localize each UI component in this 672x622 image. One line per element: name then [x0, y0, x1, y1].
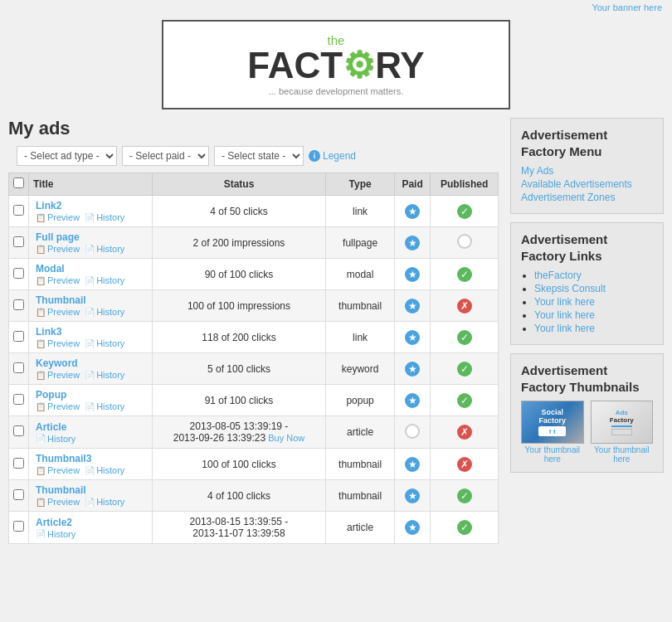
type-text: keyword [342, 363, 379, 375]
paid-icon: ★ [405, 488, 420, 503]
ad-name-link[interactable]: Article2 [36, 517, 145, 528]
preview-icon: 📋 [36, 276, 46, 285]
table-row: Link3📋Preview📄History118 of 200 clicksli… [9, 322, 499, 353]
history-link[interactable]: 📄History [85, 307, 124, 317]
history-link[interactable]: 📄History [85, 244, 124, 254]
preview-link[interactable]: 📋Preview [36, 497, 80, 507]
logo-factory-text: FACT⚙RY [188, 47, 484, 84]
preview-icon: 📋 [36, 245, 46, 254]
social-factory-thumb[interactable]: Social Factory f t Your thumbnail here [521, 401, 584, 464]
row-checkbox[interactable] [13, 458, 24, 469]
paid-icon: ★ [405, 267, 420, 282]
status-text: 4 of 100 clicks [207, 490, 270, 502]
status-text: 90 of 100 clicks [205, 269, 274, 280]
ad-name-link[interactable]: Thumbnail [36, 294, 145, 306]
link-your1[interactable]: Your link here [534, 296, 595, 308]
ad-name-link[interactable]: Full page [36, 231, 145, 243]
my-ads-link[interactable]: My Ads [521, 165, 653, 177]
preview-link[interactable]: 📋Preview [36, 401, 80, 411]
preview-icon: 📋 [36, 371, 46, 380]
history-icon: 📄 [85, 466, 95, 475]
row-checkbox[interactable] [13, 268, 24, 279]
col-type: Type [326, 173, 395, 196]
link-the-factory[interactable]: theFactory [534, 270, 582, 281]
available-ads-link[interactable]: Available Advertisements [521, 178, 653, 190]
row-checkbox[interactable] [13, 362, 24, 373]
row-checkbox[interactable] [13, 521, 24, 532]
social-factory-thumb-label[interactable]: Your thumbnail here [521, 445, 584, 464]
preview-icon: 📋 [36, 466, 46, 475]
ad-name-link[interactable]: Modal [36, 263, 145, 275]
ad-factory-thumbnails-title: Advertisement Factory Thumbnails [521, 362, 653, 395]
ad-name-link[interactable]: Article [36, 421, 145, 433]
select-all-checkbox[interactable] [13, 177, 24, 188]
row-checkbox[interactable] [13, 205, 24, 216]
error-icon: ✗ [457, 425, 472, 440]
ad-name-link[interactable]: Link3 [36, 326, 145, 338]
history-icon: 📄 [85, 498, 95, 507]
ad-name-link[interactable]: Thumbnail [36, 484, 145, 496]
ad-name-link[interactable]: Popup [36, 389, 145, 401]
state-filter[interactable]: - Select state - [214, 146, 304, 166]
paid-filter[interactable]: - Select paid - [122, 146, 209, 166]
col-title: Title [29, 173, 153, 196]
empty-icon [405, 424, 420, 439]
ad-factory-menu-title: Advertisement Factory Menu [521, 127, 653, 159]
history-link[interactable]: 📄History [85, 497, 124, 507]
row-checkbox[interactable] [13, 489, 24, 500]
ad-name-link[interactable]: Keyword [36, 357, 145, 369]
link-your3[interactable]: Your link here [534, 323, 595, 334]
paid-icon: ★ [405, 204, 420, 219]
ads-factory-thumb-label[interactable]: Your thumbnail here [591, 445, 654, 464]
ads-table: Title Status Type Paid Published Link2📋P… [8, 173, 499, 544]
preview-link[interactable]: 📋Preview [36, 338, 80, 348]
table-row: Modal📋Preview📄History90 of 100 clicksmod… [9, 259, 499, 290]
preview-link[interactable]: 📋Preview [36, 370, 80, 380]
type-text: thumbnail [338, 490, 382, 502]
row-checkbox[interactable] [13, 236, 24, 247]
ads-factory-thumb[interactable]: Ads Factory Your thumbnail here [591, 401, 654, 464]
status-text: 4 of 50 clicks [210, 206, 267, 217]
ad-name-link[interactable]: Thumbnail3 [36, 453, 145, 464]
preview-link[interactable]: 📋Preview [36, 212, 80, 222]
ad-zones-link[interactable]: Advertisement Zones [521, 192, 653, 203]
type-text: link [353, 206, 368, 217]
row-checkbox[interactable] [13, 299, 24, 310]
history-link[interactable]: 📄History [85, 212, 124, 222]
your-banner-here[interactable]: Your banner here [592, 2, 662, 12]
col-published: Published [431, 173, 499, 196]
history-link[interactable]: 📄History [85, 338, 124, 348]
status-text: 2013-08-15 13:39:55 -2013-11-07 13:39:58 [190, 516, 289, 539]
history-link[interactable]: 📄History [36, 529, 75, 539]
history-link[interactable]: 📄History [85, 275, 124, 285]
type-text: thumbnail [338, 300, 382, 312]
sidebar: Advertisement Factory Menu My Ads Availa… [510, 118, 664, 473]
ad-name-link[interactable]: Link2 [36, 200, 145, 211]
buy-now-link[interactable]: Buy Now [265, 433, 304, 443]
paid-icon: ★ [405, 299, 420, 313]
type-text: fullpage [343, 237, 377, 249]
published-icon: ✓ [457, 488, 472, 503]
link-your2[interactable]: Your link here [534, 309, 595, 321]
table-row: Link2📋Preview📄History4 of 50 clickslink★… [9, 196, 499, 227]
empty-icon [457, 234, 472, 249]
history-link[interactable]: 📄History [85, 370, 124, 380]
history-link[interactable]: 📄History [85, 465, 124, 475]
ad-type-filter[interactable]: - Select ad type - [17, 146, 117, 166]
legend-button[interactable]: i Legend [309, 150, 356, 162]
history-link[interactable]: 📄History [85, 401, 124, 411]
preview-link[interactable]: 📋Preview [36, 465, 80, 475]
row-checkbox[interactable] [13, 394, 24, 405]
history-icon: 📄 [85, 371, 95, 380]
preview-link[interactable]: 📋Preview [36, 307, 80, 317]
preview-link[interactable]: 📋Preview [36, 275, 80, 285]
history-icon: 📄 [85, 213, 95, 222]
published-icon: ✓ [457, 362, 472, 377]
history-link[interactable]: 📄History [36, 434, 75, 444]
preview-link[interactable]: 📋Preview [36, 244, 80, 254]
row-checkbox[interactable] [13, 425, 24, 436]
link-skepsis[interactable]: Skepsis Consult [534, 283, 606, 294]
ad-factory-links-box: Advertisement Factory Links theFactory S… [510, 222, 664, 345]
row-checkbox[interactable] [13, 331, 24, 342]
history-icon: 📄 [85, 245, 95, 254]
